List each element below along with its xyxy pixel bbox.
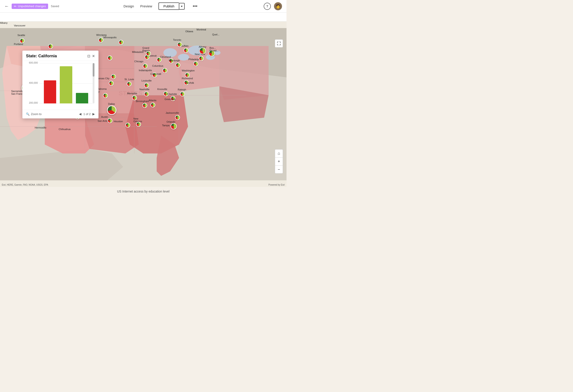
svg-point-1 <box>163 48 177 57</box>
state-popup: State: California ⊡ ✕ 600,000 400,000 20… <box>22 51 98 118</box>
map-area: STATES Seattle Vancouver Portland Fresno… <box>0 21 286 187</box>
chart-area: 600,000 400,000 200,000 <box>26 63 95 108</box>
more-options-button[interactable]: ••• <box>191 3 199 10</box>
help-button[interactable]: ? <box>264 3 271 10</box>
pie-northeast[interactable] <box>199 48 206 54</box>
pie-charlotte[interactable] <box>171 96 176 101</box>
pie-iowa[interactable] <box>107 55 112 60</box>
header-right: ? 🧑 <box>264 2 282 10</box>
pie-seattle[interactable] <box>20 38 25 43</box>
map-zoom-controls: ⌂ + − <box>275 149 283 174</box>
chart-scrollbar-thumb <box>93 63 94 77</box>
pie-philly[interactable] <box>193 61 198 66</box>
page-indicator: 1 of 2 <box>83 112 91 116</box>
preview-nav[interactable]: Preview <box>140 4 152 8</box>
zoom-icon: 🔍 <box>26 112 30 116</box>
pie-portland[interactable] <box>48 44 53 49</box>
pie-chicago[interactable] <box>143 64 148 69</box>
gridline-label-mid: 400,000 <box>25 82 38 84</box>
pagination: ◀ 1 of 2 ▶ <box>79 112 95 116</box>
pie-columbus[interactable] <box>162 68 167 73</box>
pie-indy[interactable] <box>152 72 157 77</box>
header: ← ✏ Unpublished changes Saved Design Pre… <box>0 0 286 13</box>
pie-raleigh[interactable] <box>180 91 185 96</box>
header-center: Design Preview Publish ▾ ••• <box>124 2 199 10</box>
popup-expand-button[interactable]: ⊡ <box>87 54 90 58</box>
pie-austin[interactable] <box>107 118 112 123</box>
map-attribution-left: Esri, HERE, Garmin, FAO, NOAA, USGS, EPA <box>2 184 48 186</box>
pie-boston[interactable] <box>209 50 215 56</box>
expand-map-button[interactable] <box>275 39 283 48</box>
pie-ks[interactable] <box>111 74 116 79</box>
zoom-out-button[interactable]: − <box>275 165 283 174</box>
unpublished-label: Unpublished changes <box>18 4 46 8</box>
pie-toronto[interactable] <box>177 42 182 47</box>
map-title: US Internet access by education level <box>117 190 169 193</box>
popup-header-icons: ⊡ ✕ <box>87 54 95 58</box>
publish-dropdown-button[interactable]: ▾ <box>179 3 185 10</box>
sub-header <box>0 13 286 21</box>
pie-memphis[interactable] <box>132 95 137 100</box>
popup-footer: 🔍 Zoom to ◀ 1 of 2 ▶ <box>22 110 98 118</box>
pie-richmond[interactable] <box>184 80 189 85</box>
pie-louisville[interactable] <box>144 83 149 88</box>
chart-scrollbar[interactable] <box>93 63 94 104</box>
pie-birmingham[interactable] <box>142 103 147 108</box>
pie-minn[interactable] <box>119 40 124 45</box>
pie-neworleans[interactable] <box>136 122 141 127</box>
map-expand-controls <box>275 39 283 48</box>
popup-close-button[interactable]: ✕ <box>92 54 95 58</box>
popup-title: State: California <box>26 54 57 58</box>
popup-header: State: California ⊡ ✕ <box>22 51 98 61</box>
pie-grandrapids[interactable] <box>146 51 151 56</box>
pie-dallas[interactable] <box>107 106 116 115</box>
edit-icon: ✏ <box>14 4 17 8</box>
pie-cleveland[interactable] <box>169 58 174 63</box>
home-button[interactable]: ⌂ <box>275 149 283 157</box>
pie-knoxville[interactable] <box>163 91 168 96</box>
gridline-label-bot: 200,000 <box>25 101 38 104</box>
gridline-label-top: 600,000 <box>25 61 38 64</box>
zoom-to-button[interactable]: 🔍 Zoom to <box>26 112 42 116</box>
map-attribution-right: Powered by Esri <box>268 184 285 186</box>
svg-point-2 <box>178 54 189 61</box>
pie-jax[interactable] <box>175 115 180 120</box>
pie-okc[interactable] <box>103 93 108 98</box>
chart-bar-red <box>44 80 56 104</box>
pie-buffalo[interactable] <box>183 48 188 53</box>
back-button[interactable]: ← <box>4 4 9 9</box>
avatar[interactable]: 🧑 <box>274 2 282 10</box>
unpublished-badge[interactable]: ✏ Unpublished changes <box>12 4 48 9</box>
pie-atlanta[interactable] <box>150 103 155 107</box>
zoom-to-label: Zoom to <box>31 112 42 116</box>
header-left: ← ✏ Unpublished changes Saved <box>4 4 59 9</box>
publish-group: Publish ▾ <box>159 2 185 10</box>
chart-bar-green <box>76 93 88 104</box>
pie-stl[interactable] <box>127 82 132 87</box>
design-nav[interactable]: Design <box>124 4 134 8</box>
saved-status: Saved <box>51 4 59 8</box>
page-next-button[interactable]: ▶ <box>92 112 95 116</box>
pie-houston[interactable] <box>125 123 130 128</box>
pie-washington[interactable] <box>185 72 190 77</box>
popup-body: 600,000 400,000 200,000 <box>22 61 98 108</box>
pie-detroit[interactable] <box>157 57 161 62</box>
footer: US Internet access by education level <box>0 187 286 196</box>
publish-button[interactable]: Publish <box>159 2 179 10</box>
chart-bars <box>39 63 93 104</box>
pie-nashville[interactable] <box>144 91 149 96</box>
zoom-in-button[interactable]: + <box>275 157 283 165</box>
pie-winnipeg[interactable] <box>98 38 103 43</box>
pie-kc[interactable] <box>109 81 114 86</box>
svg-text:STATES: STATES <box>119 90 142 97</box>
page-prev-button[interactable]: ◀ <box>79 112 81 116</box>
pie-florida[interactable] <box>171 123 177 129</box>
pie-pitt[interactable] <box>176 63 180 68</box>
pie-newyork[interactable] <box>199 56 204 61</box>
chart-bar-lime <box>60 66 72 104</box>
